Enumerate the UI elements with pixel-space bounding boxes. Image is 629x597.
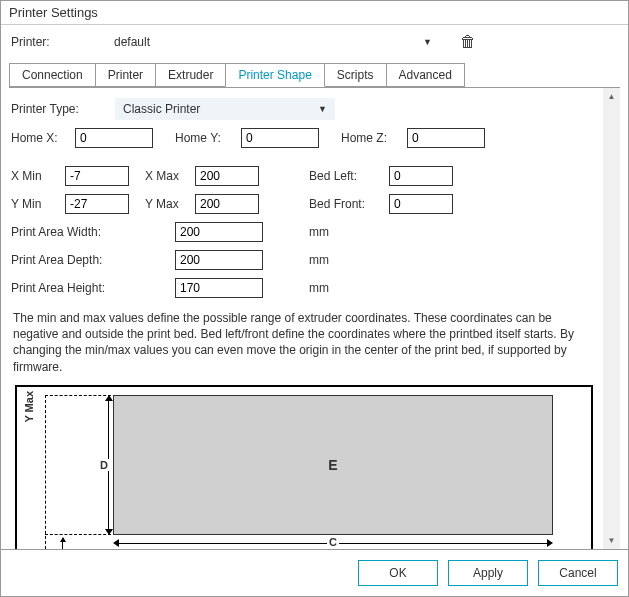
tab-printer-shape[interactable]: Printer Shape [225, 63, 324, 87]
chevron-down-icon: ▼ [318, 104, 327, 114]
bedfront-input[interactable] [389, 194, 453, 214]
home-x-label: Home X: [11, 131, 75, 145]
tab-advanced[interactable]: Advanced [386, 63, 465, 87]
ymin-input[interactable] [65, 194, 129, 214]
chevron-down-icon: ▼ [423, 37, 432, 47]
help-text: The min and max values define the possib… [11, 306, 581, 385]
tab-scripts[interactable]: Scripts [324, 63, 387, 87]
printer-type-label: Printer Type: [11, 102, 115, 116]
tab-printer[interactable]: Printer [95, 63, 156, 87]
printer-type-value: Classic Printer [123, 102, 200, 116]
bedfront-label: Bed Front: [309, 197, 389, 211]
xmax-label: X Max [145, 169, 195, 183]
print-area-depth-label: Print Area Depth: [11, 253, 175, 267]
diagram-depth-dimension: D [101, 395, 111, 535]
tab-content: Printer Type: Classic Printer ▼ Home X: … [9, 88, 603, 549]
ymin-label: Y Min [11, 197, 65, 211]
tab-connection[interactable]: Connection [9, 63, 96, 87]
home-z-label: Home Z: [341, 131, 407, 145]
bedleft-label: Bed Left: [309, 169, 389, 183]
printer-selection-row: Printer: default ▼ 🗑 [1, 25, 628, 63]
home-z-input[interactable] [407, 128, 485, 148]
ymax-label: Y Max [145, 197, 195, 211]
home-y-label: Home Y: [175, 131, 241, 145]
xmin-label: X Min [11, 169, 65, 183]
unit-label: mm [309, 253, 329, 267]
vertical-scrollbar[interactable]: ▲ ▼ [603, 88, 620, 549]
dialog-footer: OK Apply Cancel [1, 549, 628, 596]
printer-dropdown[interactable]: default ▼ [108, 33, 438, 51]
diagram-ymax-label: Y Max [21, 391, 37, 423]
print-area-width-input[interactable] [175, 222, 263, 242]
scroll-up-icon[interactable]: ▲ [603, 88, 620, 105]
diagram-extruder-label: E [328, 457, 337, 473]
xmax-input[interactable] [195, 166, 259, 186]
diagram-bed-rect: E [113, 395, 553, 535]
printer-value: default [114, 35, 150, 49]
unit-label: mm [309, 225, 329, 239]
bedleft-input[interactable] [389, 166, 453, 186]
tab-bar: Connection Printer Extruder Printer Shap… [1, 63, 628, 87]
ymax-input[interactable] [195, 194, 259, 214]
tab-extruder[interactable]: Extruder [155, 63, 226, 87]
xmin-input[interactable] [65, 166, 129, 186]
printer-label: Printer: [11, 35, 96, 49]
ok-button[interactable]: OK [358, 560, 438, 586]
printer-type-dropdown[interactable]: Classic Printer ▼ [115, 98, 335, 120]
print-area-height-input[interactable] [175, 278, 263, 298]
scroll-down-icon[interactable]: ▼ [603, 532, 620, 549]
cancel-button[interactable]: Cancel [538, 560, 618, 586]
window-title: Printer Settings [1, 1, 628, 25]
diagram-width-dimension: C [113, 539, 553, 549]
home-y-input[interactable] [241, 128, 319, 148]
print-area-width-label: Print Area Width: [11, 225, 175, 239]
bed-diagram: Y Max E D C [15, 385, 593, 549]
unit-label: mm [309, 281, 329, 295]
print-area-height-label: Print Area Height: [11, 281, 175, 295]
apply-button[interactable]: Apply [448, 560, 528, 586]
print-area-depth-input[interactable] [175, 250, 263, 270]
home-x-input[interactable] [75, 128, 153, 148]
delete-printer-icon[interactable]: 🗑 [460, 33, 476, 51]
